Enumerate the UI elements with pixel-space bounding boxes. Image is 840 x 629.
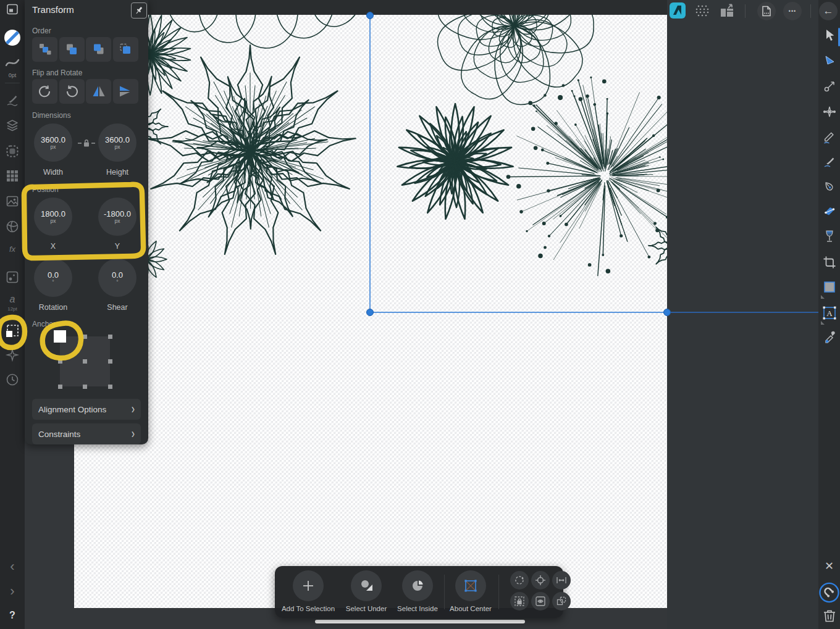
height-value: 3600.0: [105, 136, 130, 144]
scale-with-object-button[interactable]: [552, 571, 571, 589]
node-tool[interactable]: [818, 54, 840, 69]
width-unit: px: [51, 144, 56, 150]
back-button[interactable]: ←: [819, 2, 838, 20]
flip-vertical-button[interactable]: [113, 79, 138, 104]
select-inside-button[interactable]: [402, 570, 433, 601]
anchor-point-middle-right[interactable]: [108, 359, 112, 364]
selection-handle-top[interactable]: [366, 12, 374, 19]
pin-panel-button[interactable]: [131, 2, 147, 19]
text-tool[interactable]: A: [818, 305, 840, 321]
history-studio-icon[interactable]: [0, 372, 25, 387]
position-y-dial[interactable]: -1800.0 px: [98, 198, 136, 236]
dimensions-section-label: Dimensions: [32, 111, 71, 120]
constraints-row[interactable]: Constraints ›: [32, 423, 141, 444]
more-options-button[interactable]: •••: [783, 2, 802, 20]
selection-studio-icon[interactable]: [0, 144, 25, 159]
home-indicator[interactable]: [315, 620, 525, 623]
order-section-label: Order: [32, 27, 51, 35]
image-studio-icon[interactable]: [0, 194, 25, 209]
particles-studio-icon[interactable]: [0, 270, 25, 285]
transform-separately-button[interactable]: [552, 592, 571, 610]
topbar-divider: [745, 4, 746, 18]
layers-studio-icon[interactable]: [0, 119, 25, 133]
order-back-button[interactable]: [32, 37, 57, 62]
about-center-button[interactable]: [455, 570, 486, 601]
select-inside-label: Select Inside: [397, 605, 438, 612]
flip-horizontal-button[interactable]: [86, 79, 111, 104]
rectangle-tool[interactable]: [818, 279, 840, 295]
chevron-right-icon: ›: [132, 401, 135, 417]
swatches-studio-icon[interactable]: [0, 169, 25, 183]
link-dimensions-icon[interactable]: [78, 138, 95, 151]
order-front-button[interactable]: [113, 37, 138, 62]
navigator-studio-icon[interactable]: [0, 348, 25, 362]
pen-tool[interactable]: [818, 180, 840, 194]
shear-dial[interactable]: 0.0 °: [98, 259, 136, 297]
order-forward-button[interactable]: [86, 37, 111, 62]
anchor-point-bottom-center[interactable]: [83, 385, 87, 389]
point-transform-tool[interactable]: [818, 104, 840, 119]
anchor-point-center[interactable]: [83, 359, 87, 364]
stroke-width-icon[interactable]: [0, 56, 25, 69]
position-y-label: Y: [93, 242, 142, 251]
transform-origin-button[interactable]: [531, 571, 550, 589]
rotate-cw-button[interactable]: [59, 79, 85, 104]
vector-brush-tool[interactable]: [818, 154, 840, 169]
toolbar-divider: [444, 575, 445, 609]
cycle-selection-box-button[interactable]: [510, 571, 529, 589]
pixel-grid-icon[interactable]: [694, 4, 710, 19]
delete-icon[interactable]: [818, 609, 840, 623]
app-logo-icon[interactable]: [669, 2, 686, 19]
alignment-options-label: Alignment Options: [38, 405, 106, 414]
undo-icon[interactable]: ‹: [0, 559, 25, 575]
sphere-studio-icon[interactable]: [0, 219, 25, 234]
anchor-point-middle-left[interactable]: [58, 359, 62, 364]
interface-frame-icon[interactable]: [0, 2, 25, 17]
chevron-right-icon: ›: [132, 426, 135, 441]
export-slices-icon[interactable]: [719, 4, 735, 19]
anchor-point-top-left[interactable]: [54, 330, 66, 343]
order-backward-button[interactable]: [59, 37, 85, 62]
transparency-tool[interactable]: [818, 229, 840, 244]
contour-tool[interactable]: [818, 79, 840, 94]
show-selection-button[interactable]: [531, 592, 550, 610]
height-dial[interactable]: 3600.0 px: [98, 123, 136, 162]
document-menu-button[interactable]: [757, 2, 776, 20]
move-tool[interactable]: [818, 28, 840, 44]
typography-studio-icon[interactable]: a: [0, 294, 25, 305]
transform-studio-icon[interactable]: [0, 323, 25, 339]
redo-icon[interactable]: ›: [0, 583, 25, 599]
snapping-toggle[interactable]: [818, 581, 840, 604]
lock-children-button[interactable]: [510, 592, 529, 610]
anchor-point-bottom-left[interactable]: [58, 385, 62, 389]
color-swatch-icon[interactable]: [0, 28, 25, 47]
rotation-unit: °: [52, 280, 54, 285]
deselect-icon[interactable]: ✕: [818, 559, 840, 573]
anchor-point-top-right[interactable]: [108, 335, 112, 339]
typography-size-label: 12pt: [0, 306, 25, 312]
crop-tool[interactable]: [818, 255, 840, 270]
position-x-dial[interactable]: 1800.0 px: [34, 198, 72, 236]
brush-studio-icon[interactable]: [0, 93, 25, 107]
width-dial[interactable]: 3600.0 px: [34, 123, 72, 162]
selection-handle-corner[interactable]: [366, 309, 374, 316]
alignment-options-row[interactable]: Alignment Options ›: [32, 399, 141, 420]
anchor-point-top-center[interactable]: [83, 335, 87, 339]
selection-edge-left: [369, 15, 371, 312]
position-x-unit: px: [51, 219, 56, 224]
fx-studio-icon[interactable]: fx: [0, 244, 25, 254]
selection-handle-right[interactable]: [663, 309, 671, 316]
position-x-label: X: [28, 242, 78, 251]
style-picker-tool[interactable]: [818, 331, 840, 346]
help-icon[interactable]: ?: [0, 610, 25, 621]
anchor-point-bottom-right[interactable]: [108, 385, 112, 389]
select-under-button[interactable]: [351, 570, 382, 601]
tool-options-corner: [821, 295, 825, 299]
fill-gradient-tool[interactable]: [818, 204, 840, 219]
rotation-dial[interactable]: 0.0 °: [34, 259, 72, 297]
app-window: 0pt fx a 12pt: [0, 0, 840, 629]
left-toolbar: 0pt fx a 12pt: [0, 0, 25, 629]
rotate-ccw-button[interactable]: [32, 79, 57, 104]
add-to-selection-button[interactable]: [293, 570, 324, 601]
pencil-tool[interactable]: [818, 130, 840, 145]
